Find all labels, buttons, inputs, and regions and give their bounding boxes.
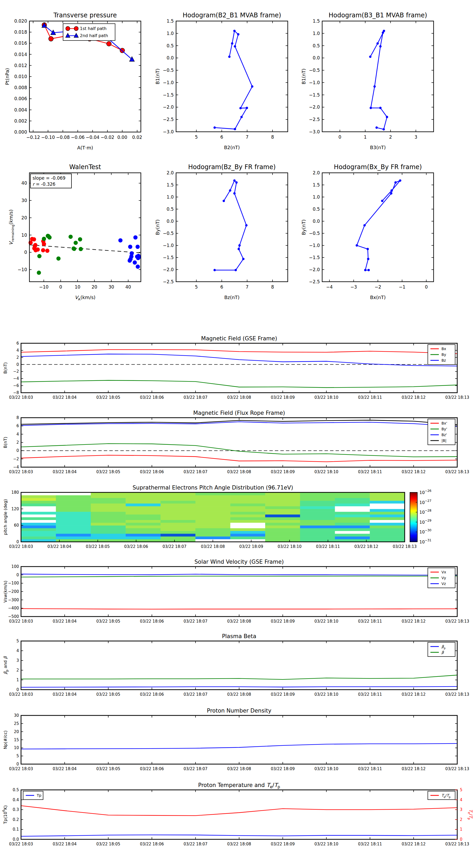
chart-title: Proton Temperature and Te/Tp [198, 782, 280, 789]
right-y-tick-label: 1 [460, 827, 463, 832]
heatmap-cell [56, 525, 91, 528]
legend-label: By' [441, 427, 447, 431]
chart-vsw: Solar Wind Velocity (GSE Frame)03/22 18:… [3, 559, 469, 624]
x-tick-label: 03/22 18:13 [445, 842, 469, 846]
series-Te/Tp [21, 806, 457, 816]
heatmap-cell [126, 495, 161, 498]
heatmap-cell [56, 512, 91, 515]
x-tick-label: 03/22 18:04 [53, 619, 76, 624]
heatmap-cell [370, 512, 405, 515]
y-tick-label: 1.0 [167, 194, 174, 199]
chart-title: Hodogram(B2_B1 MVAB frame) [182, 11, 281, 19]
heatmap-cell [161, 534, 196, 536]
heatmap-cell [21, 495, 56, 498]
figure-page: Transverse pressure−0.12−0.10−0.08−0.06−… [0, 0, 473, 868]
heatmap-cell [230, 520, 265, 523]
x-tick-label: 1 [364, 134, 367, 140]
marker-dot [32, 237, 36, 242]
y-tick-label: 1.5 [167, 182, 174, 188]
x-tick-label: 03/22 18:08 [227, 767, 251, 771]
x-tick-label: 03/22 18:06 [140, 767, 164, 771]
x-tick-label: 03/22 18:05 [96, 767, 120, 771]
marker-dot [369, 56, 372, 58]
marker-dot [233, 30, 236, 32]
x-tick-label: 03/22 18:12 [402, 395, 426, 400]
y-tick-label: 0.5 [167, 207, 174, 212]
chart-beta: Plasma Beta03/22 18:0303/22 18:0403/22 1… [3, 633, 469, 697]
chart-title: Proton Number Density [207, 708, 271, 714]
y-tick-label: 0.5 [313, 43, 320, 49]
x-tick-label: 3 [414, 134, 417, 140]
y-tick-label: 0 [16, 572, 19, 577]
heatmap-cell [300, 515, 335, 517]
legend-label: Vx [441, 570, 446, 574]
heatmap-cell [126, 525, 161, 528]
x-tick-label: 03/22 18:08 [201, 544, 225, 549]
heatmap-cell [56, 520, 91, 523]
x-tick-label: 03/22 18:06 [140, 469, 164, 474]
y-tick-label: −1.0 [163, 243, 174, 248]
x-tick-label: 03/22 18:09 [239, 544, 263, 549]
marker-dot [367, 269, 370, 271]
heatmap-cell [300, 531, 335, 534]
heatmap-cell [21, 492, 56, 495]
heatmap-cell [161, 506, 196, 509]
marker-dot [231, 42, 233, 45]
y-tick-label: 4 [16, 348, 19, 353]
x-tick-label: 03/22 18:09 [271, 395, 295, 400]
heatmap-cell [56, 500, 91, 503]
heatmap-cell [91, 515, 126, 517]
x-tick-label: 03/22 18:11 [358, 692, 382, 697]
x-tick-label: −2 [374, 284, 381, 289]
x-tick-label: −4 [326, 284, 333, 289]
x-tick-label: 03/22 18:07 [162, 544, 186, 549]
x-tick-label: 03/22 18:09 [271, 469, 295, 474]
chart-mag-fr: Magnetic Field (Flux Rope Frame)03/22 18… [3, 410, 469, 474]
chart-walen-test: WalenTest−10010203040−10010203040VA(km/s… [8, 163, 141, 301]
marker-dot [390, 192, 392, 195]
heatmap-cell [126, 531, 161, 534]
figure-canvas: Transverse pressure−0.12−0.10−0.08−0.06−… [0, 0, 473, 868]
y-tick-label: 0 [24, 250, 27, 255]
y-tick-label: 6 [16, 341, 19, 346]
y-tick-label: −2.5 [163, 279, 174, 284]
marker-dot [136, 245, 140, 249]
heatmap-cell [265, 520, 300, 523]
heatmap-cell [56, 528, 91, 531]
plot-frame [322, 173, 434, 282]
heatmap-cell [230, 500, 265, 503]
heatmap-cell [370, 498, 405, 501]
marker-dot [74, 241, 78, 245]
heatmap-cell [161, 512, 196, 515]
heatmap-cell [230, 492, 265, 495]
x-tick-label: 03/22 18:08 [227, 469, 251, 474]
y-tick-label: 0.016 [14, 40, 27, 46]
y-axis-label: B(nT) [3, 362, 8, 373]
x-tick-label: −0.10 [41, 135, 55, 140]
marker-dot [56, 256, 61, 261]
y-tick-label: 1.0 [167, 31, 174, 36]
heatmap-cell [335, 495, 370, 498]
marker-dot [356, 244, 358, 247]
heatmap-cell [91, 503, 126, 506]
y-tick-label: 0.0 [167, 219, 174, 224]
heatmap-cell [300, 512, 335, 515]
marker-dot [42, 237, 46, 241]
x-tick-label: 03/22 18:05 [96, 842, 120, 846]
right-y-tick-label: 5 [460, 787, 463, 792]
y-tick-label: 0.4 [12, 798, 19, 802]
heatmap-cell [56, 531, 91, 534]
x-tick-label: 03/22 18:06 [140, 395, 164, 400]
marker-dot [381, 199, 383, 202]
heatmap-cell [196, 492, 231, 495]
heatmap-cell [196, 520, 231, 523]
y-axis-label: B1(nT) [155, 68, 160, 84]
heatmap-cell [230, 509, 265, 512]
x-axis-label: A(T·m) [77, 145, 93, 151]
x-tick-label: 8 [271, 284, 274, 289]
heatmap-cell [196, 534, 231, 536]
x-tick-label: 03/22 18:11 [358, 469, 382, 474]
heatmap-cell [265, 506, 300, 509]
heatmap-cell [56, 503, 91, 506]
y-tick-label: −100 [8, 581, 19, 586]
